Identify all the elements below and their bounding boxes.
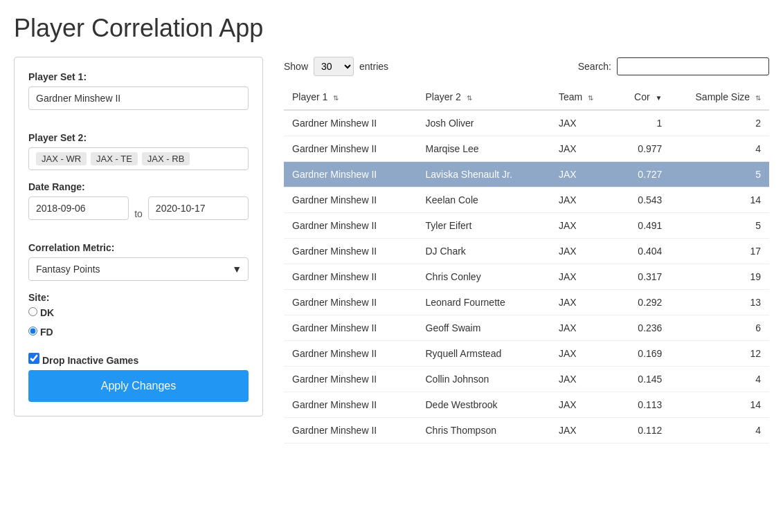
cell-player2: Laviska Shenault Jr. (417, 162, 551, 187)
date-range-inputs: to (28, 196, 249, 231)
cell-player1: Gardner Minshew II (284, 315, 417, 341)
site-fd-radio[interactable] (28, 327, 37, 336)
table-row[interactable]: Gardner Minshew IILaviska Shenault Jr.JA… (284, 162, 769, 187)
cell-player1: Gardner Minshew II (284, 367, 417, 392)
apply-changes-button[interactable]: Apply Changes (28, 370, 249, 402)
cell-team: JAX (550, 392, 612, 418)
cell-player2: Marqise Lee (417, 136, 551, 162)
table-header-row: Player 1 ⇅ Player 2 ⇅ Team ⇅ Cor ▼ Sampl… (284, 84, 769, 110)
cell-sample_size: 4 (670, 418, 769, 443)
app-title: Player Correlation App (14, 14, 769, 43)
date-from-input[interactable] (28, 196, 129, 220)
cell-cor: 0.727 (612, 162, 670, 187)
table-row[interactable]: Gardner Minshew IIGeoff SwaimJAX0.2366 (284, 315, 769, 341)
date-range-label: Date Range: (28, 181, 249, 192)
cell-player2: Collin Johnson (417, 367, 551, 392)
cell-player2: Josh Oliver (417, 110, 551, 136)
search-label: Search: (578, 61, 611, 72)
site-dk-option[interactable]: DK (28, 307, 249, 318)
tag-jax-te: JAX - TE (91, 152, 138, 165)
cell-cor: 0.169 (612, 341, 670, 367)
col-header-player1[interactable]: Player 1 ⇅ (284, 84, 417, 110)
site-fd-label: FD (40, 327, 53, 338)
site-dk-label: DK (40, 307, 54, 318)
cell-team: JAX (550, 315, 612, 341)
cell-player2: Chris Thompson (417, 418, 551, 443)
player-set-2-label: Player Set 2: (28, 132, 249, 143)
cell-sample_size: 14 (670, 392, 769, 418)
drop-inactive-checkbox[interactable] (28, 353, 39, 364)
site-radio-group: DK FD (28, 307, 249, 342)
correlation-metric-wrapper: Fantasy Points DK Points FD Points ▼ (28, 257, 249, 281)
cell-sample_size: 5 (670, 162, 769, 187)
cell-team: JAX (550, 264, 612, 290)
cell-team: JAX (550, 290, 612, 315)
show-entries-select[interactable]: 10 25 30 50 100 (314, 57, 354, 76)
sort-icon-team: ⇅ (588, 94, 593, 102)
cell-team: JAX (550, 110, 612, 136)
table-row[interactable]: Gardner Minshew IILeonard FournetteJAX0.… (284, 290, 769, 315)
sort-icon-sample-size: ⇅ (755, 94, 761, 102)
table-row[interactable]: Gardner Minshew IIChris ConleyJAX0.31719 (284, 264, 769, 290)
tag-jax-rb: JAX - RB (142, 152, 190, 165)
cell-player2: Ryquell Armstead (417, 341, 551, 367)
cell-cor: 0.113 (612, 392, 670, 418)
sort-icon-player1: ⇅ (333, 94, 339, 102)
col-header-team[interactable]: Team ⇅ (550, 84, 612, 110)
cell-team: JAX (550, 239, 612, 264)
col-header-cor[interactable]: Cor ▼ (612, 84, 670, 110)
cell-player1: Gardner Minshew II (284, 162, 417, 187)
site-dk-radio[interactable] (28, 307, 37, 316)
cell-cor: 0.491 (612, 213, 670, 239)
player-set-2-tags[interactable]: JAX - WR JAX - TE JAX - RB (28, 147, 249, 170)
table-row[interactable]: Gardner Minshew IIMarqise LeeJAX0.9774 (284, 136, 769, 162)
cell-team: JAX (550, 136, 612, 162)
cell-sample_size: 4 (670, 136, 769, 162)
cell-player1: Gardner Minshew II (284, 136, 417, 162)
table-row[interactable]: Gardner Minshew IIChris ThompsonJAX0.112… (284, 418, 769, 443)
cell-player2: Leonard Fournette (417, 290, 551, 315)
cell-player1: Gardner Minshew II (284, 110, 417, 136)
cell-player2: Dede Westbrook (417, 392, 551, 418)
site-label: Site: (28, 292, 249, 303)
cell-sample_size: 12 (670, 341, 769, 367)
search-box: Search: (578, 57, 769, 75)
table-row[interactable]: Gardner Minshew IIDede WestbrookJAX0.113… (284, 392, 769, 418)
table-body: Gardner Minshew IIJosh OliverJAX12Gardne… (284, 110, 769, 443)
col-header-sample-size[interactable]: Sample Size ⇅ (670, 84, 769, 110)
drop-inactive-checkbox-label[interactable]: Drop Inactive Games (28, 353, 249, 366)
cell-sample_size: 5 (670, 213, 769, 239)
table-row[interactable]: Gardner Minshew IIDJ CharkJAX0.40417 (284, 239, 769, 264)
correlation-metric-section: Correlation Metric: Fantasy Points DK Po… (28, 242, 249, 281)
date-to-input[interactable] (148, 196, 249, 220)
cell-cor: 0.236 (612, 315, 670, 341)
cell-player1: Gardner Minshew II (284, 264, 417, 290)
cell-sample_size: 13 (670, 290, 769, 315)
site-section: Site: DK FD (28, 292, 249, 342)
cell-cor: 0.317 (612, 264, 670, 290)
cell-sample_size: 19 (670, 264, 769, 290)
cell-team: JAX (550, 341, 612, 367)
correlation-metric-select[interactable]: Fantasy Points DK Points FD Points (28, 257, 249, 281)
cell-player1: Gardner Minshew II (284, 290, 417, 315)
correlation-metric-label: Correlation Metric: (28, 242, 249, 253)
cell-team: JAX (550, 162, 612, 187)
table-row[interactable]: Gardner Minshew IIRyquell ArmsteadJAX0.1… (284, 341, 769, 367)
cell-player1: Gardner Minshew II (284, 187, 417, 213)
cell-team: JAX (550, 187, 612, 213)
table-row[interactable]: Gardner Minshew IIKeelan ColeJAX0.54314 (284, 187, 769, 213)
cell-sample_size: 17 (670, 239, 769, 264)
table-row[interactable]: Gardner Minshew IICollin JohnsonJAX0.145… (284, 367, 769, 392)
table-row[interactable]: Gardner Minshew IIJosh OliverJAX12 (284, 110, 769, 136)
table-row[interactable]: Gardner Minshew IITyler EifertJAX0.4915 (284, 213, 769, 239)
search-input[interactable] (617, 57, 769, 75)
cell-cor: 0.977 (612, 136, 670, 162)
cell-cor: 0.145 (612, 367, 670, 392)
col-header-player2[interactable]: Player 2 ⇅ (417, 84, 551, 110)
cell-sample_size: 6 (670, 315, 769, 341)
player-set-1-input[interactable] (28, 86, 249, 110)
site-fd-option[interactable]: FD (28, 327, 249, 338)
date-separator: to (134, 208, 143, 219)
cell-team: JAX (550, 367, 612, 392)
cell-sample_size: 4 (670, 367, 769, 392)
